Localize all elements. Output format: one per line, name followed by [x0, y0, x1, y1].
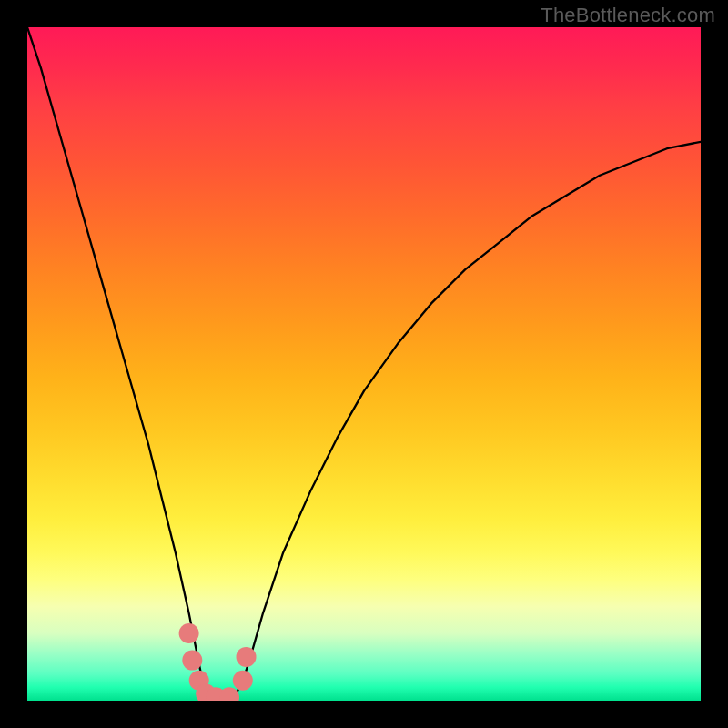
marker-layer — [179, 623, 257, 701]
curve-layer — [27, 27, 701, 701]
plot-area — [27, 27, 701, 701]
bottleneck-curve — [27, 27, 701, 701]
bottleneck-chart-svg — [27, 27, 701, 701]
curve-marker — [237, 647, 257, 667]
curve-marker — [219, 687, 239, 701]
chart-frame: TheBottleneck.com — [0, 0, 728, 728]
attribution-text: TheBottleneck.com — [541, 4, 715, 27]
curve-marker — [182, 651, 202, 671]
curve-marker — [179, 623, 199, 643]
curve-marker — [233, 671, 253, 691]
